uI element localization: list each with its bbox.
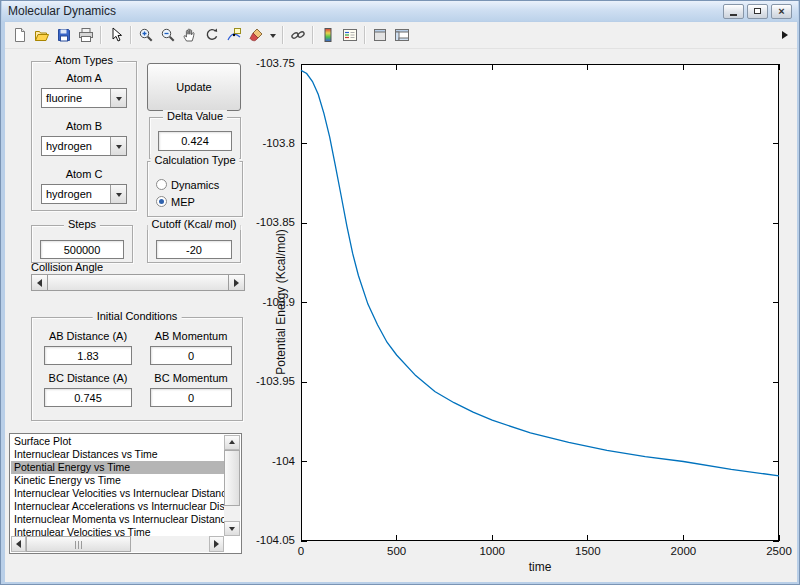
toolbar-separator	[364, 26, 366, 44]
bc-momentum-label: BC Momentum	[142, 372, 240, 384]
cutoff-title: Cutoff (Kcal/ mol)	[148, 218, 241, 230]
pointer-icon	[108, 27, 124, 43]
atom-c-select[interactable]: hydrogen	[41, 184, 127, 204]
show-plot-tools-icon	[394, 27, 410, 43]
vertical-scrollbar-thumb[interactable]	[224, 450, 240, 506]
list-item-internuclear-momenta[interactable]: Internuclear Momenta vs Internuclear Dis…	[11, 513, 224, 526]
delta-value-group: Delta Value	[149, 117, 241, 159]
ab-distance-input[interactable]	[44, 346, 132, 365]
toolbar-separator	[100, 26, 102, 44]
x-tick-label: 0	[271, 545, 331, 557]
list-item-internuclear-accelerations[interactable]: Internuclear Accelerations vs Internucle…	[11, 500, 224, 513]
link-plot-button[interactable]	[287, 24, 309, 46]
listbox-horizontal-scrollbar[interactable]	[11, 536, 224, 552]
toolbar-separator	[312, 26, 314, 44]
edit-plot-button[interactable]	[105, 24, 127, 46]
list-item-potential-energy[interactable]: Potential Energy vs Time	[11, 461, 224, 474]
atom-a-dropdown-button[interactable]	[110, 89, 126, 107]
atom-b-dropdown-button[interactable]	[110, 137, 126, 155]
hide-plot-tools-icon	[372, 27, 388, 43]
zoom-in-icon	[138, 27, 154, 43]
atom-b-value: hydrogen	[42, 140, 110, 152]
atom-c-dropdown-button[interactable]	[110, 185, 126, 203]
list-item-internuclear-velocities-time[interactable]: Internulear Velocities vs Time	[11, 526, 224, 536]
atom-a-select[interactable]: fluorine	[41, 88, 127, 108]
list-item-internuclear-velocities-distance[interactable]: Internuclear Velocities vs Internuclear …	[11, 487, 224, 500]
close-button[interactable]: ×	[771, 4, 792, 19]
rotate-3d-icon	[204, 27, 220, 43]
pan-button[interactable]	[179, 24, 201, 46]
titlebar[interactable]: Molecular Dynamics ×	[2, 1, 798, 21]
slider-right-button[interactable]	[228, 275, 244, 290]
ab-momentum-input[interactable]	[150, 346, 232, 365]
scroll-down-button[interactable]	[224, 521, 240, 536]
list-item-surface-plot[interactable]: Surface Plot	[11, 435, 224, 448]
atom-b-label: Atom B	[32, 120, 136, 132]
show-plot-tools-button[interactable]	[391, 24, 413, 46]
atom-types-group: Atom Types Atom A fluorine Atom B hydrog…	[31, 61, 137, 211]
list-item-internuclear-distances[interactable]: Internuclear Distances vs Time	[11, 448, 224, 461]
x-tick-label: 2000	[653, 545, 713, 557]
cutoff-input[interactable]	[156, 240, 232, 259]
zoom-out-button[interactable]	[157, 24, 179, 46]
bc-momentum-input[interactable]	[150, 388, 232, 407]
brush-data-button[interactable]	[245, 24, 267, 46]
zoom-in-button[interactable]	[135, 24, 157, 46]
bc-distance-input[interactable]	[44, 388, 132, 407]
steps-input[interactable]	[40, 240, 124, 259]
atom-a-value: fluorine	[42, 92, 110, 104]
radio-checked-icon	[156, 196, 167, 207]
y-axis-label: Potential Energy (Kcal/mol)	[274, 229, 288, 374]
atom-a-label: Atom A	[32, 72, 136, 84]
arrow-left-icon	[12, 540, 21, 548]
figure-client-area: Atom Types Atom A fluorine Atom B hydrog…	[5, 22, 797, 582]
toolbar	[5, 22, 797, 49]
y-tick-label: -103.75	[256, 57, 295, 69]
insert-colorbar-button[interactable]	[317, 24, 339, 46]
arrow-down-icon	[229, 527, 235, 534]
insert-legend-button[interactable]	[339, 24, 361, 46]
calculation-type-title: Calculation Type	[150, 154, 239, 166]
toolbar-separator	[130, 26, 132, 44]
x-axis-tick-labels: 05001000150020002500	[301, 545, 779, 559]
x-tick-label: 500	[367, 545, 427, 557]
plot-area[interactable]	[301, 64, 779, 541]
colorbar-icon	[320, 27, 336, 43]
toolbar-overflow-icon[interactable]	[782, 31, 792, 39]
open-file-button[interactable]	[31, 24, 53, 46]
hide-plot-tools-button[interactable]	[369, 24, 391, 46]
horizontal-scrollbar-thumb[interactable]	[26, 536, 131, 552]
update-button[interactable]: Update	[147, 63, 241, 111]
new-figure-button[interactable]	[9, 24, 31, 46]
scroll-left-button[interactable]	[11, 536, 26, 552]
atom-b-select[interactable]: hydrogen	[41, 136, 127, 156]
y-tick-label: -103.8	[262, 137, 295, 149]
brush-dropdown-button[interactable]	[267, 24, 279, 46]
ab-distance-label: AB Distance (A)	[36, 330, 140, 342]
collision-angle-slider[interactable]	[31, 274, 245, 291]
restore-button[interactable]	[747, 4, 768, 19]
minimize-button[interactable]	[723, 4, 744, 19]
listbox-vertical-scrollbar[interactable]	[224, 435, 240, 536]
y-tick-label: -103.95	[256, 375, 295, 387]
data-cursor-button[interactable]	[223, 24, 245, 46]
scroll-up-button[interactable]	[224, 435, 240, 450]
rotate-3d-button[interactable]	[201, 24, 223, 46]
legend-icon	[342, 27, 358, 43]
brush-icon	[248, 27, 264, 43]
slider-left-button[interactable]	[32, 275, 48, 290]
hand-icon	[182, 27, 198, 43]
scroll-right-button[interactable]	[209, 536, 224, 552]
radio-mep[interactable]: MEP	[156, 195, 195, 208]
plot-type-listbox[interactable]: Surface Plot Internuclear Distances vs T…	[9, 433, 242, 554]
delta-value-title: Delta Value	[163, 110, 227, 122]
delta-value-input[interactable]	[158, 131, 232, 151]
close-icon: ×	[778, 6, 784, 17]
window-title: Molecular Dynamics	[8, 4, 116, 18]
print-figure-button[interactable]	[75, 24, 97, 46]
slider-thumb[interactable]	[48, 275, 228, 290]
minimize-icon	[730, 14, 737, 16]
list-item-kinetic-energy[interactable]: Kinetic Energy vs Time	[11, 474, 224, 487]
radio-dynamics[interactable]: Dynamics	[156, 178, 219, 191]
save-figure-button[interactable]	[53, 24, 75, 46]
